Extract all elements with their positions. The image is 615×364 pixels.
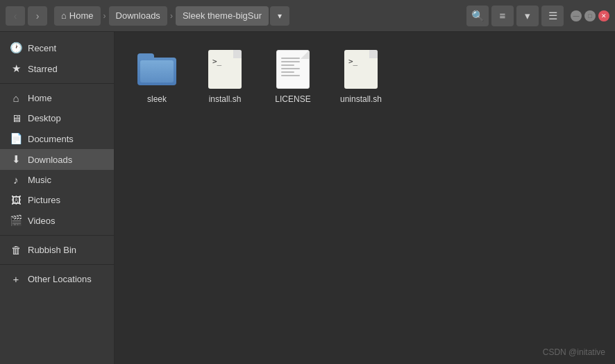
sidebar-item-starred[interactable]: ★ Starred — [0, 58, 114, 79]
sidebar-divider-3 — [0, 264, 114, 265]
search-button[interactable]: 🔍 — [466, 6, 489, 26]
sidebar-item-rubbish[interactable]: 🗑 Rubbish Bin — [0, 240, 114, 260]
pictures-icon: 🖼 — [10, 194, 22, 206]
file-area: sleek >_ install.sh — [115, 32, 615, 364]
menu-button[interactable]: ☰ — [541, 6, 564, 26]
folder-icon — [136, 49, 178, 90]
breadcrumb-sep-2: › — [169, 11, 174, 21]
script-shape-uninstall: >_ — [344, 50, 378, 89]
terminal-symbol-2: >_ — [348, 57, 357, 66]
window-controls: — □ ✕ — [571, 10, 609, 21]
titlebar: ‹ › ⌂ Home › Downloads › Sleek theme-big… — [0, 0, 615, 32]
breadcrumb-downloads[interactable]: Downloads — [109, 6, 167, 26]
file-name-uninstall-sh: uninstall.sh — [340, 94, 382, 105]
downloads-icon: ⬇ — [10, 153, 22, 166]
sidebar-starred-label: Starred — [28, 64, 58, 74]
documents-icon: 📄 — [10, 132, 22, 145]
file-item-license[interactable]: LICENSE — [262, 43, 324, 111]
sidebar-rubbish-label: Rubbish Bin — [28, 245, 76, 255]
sidebar-videos-label: Videos — [28, 216, 56, 226]
hamburger-icon: ☰ — [548, 10, 557, 22]
sidebar: 🕐 Recent ★ Starred ⌂ Home 🖥 Desktop 📄 Do… — [0, 32, 115, 364]
sidebar-item-videos[interactable]: 🎬 Videos — [0, 210, 114, 231]
sidebar-divider-2 — [0, 235, 114, 236]
file-name-license: LICENSE — [275, 94, 310, 105]
text-line-4 — [281, 68, 300, 69]
sidebar-item-downloads[interactable]: ⬇ Downloads — [0, 149, 114, 170]
breadcrumb-sep-1: › — [102, 11, 108, 21]
file-item-sleek[interactable]: sleek — [126, 43, 188, 111]
file-item-uninstall-sh[interactable]: >_ uninstall.sh — [330, 43, 392, 111]
folder-inner — [140, 60, 174, 83]
sidebar-desktop-label: Desktop — [28, 113, 61, 123]
star-icon: ★ — [10, 62, 22, 75]
sidebar-item-other-locations[interactable]: + Other Locations — [0, 269, 114, 289]
desktop-icon: 🖥 — [10, 112, 22, 124]
rubbish-icon: 🗑 — [10, 244, 22, 256]
sidebar-other-label: Other Locations — [28, 274, 92, 284]
home-icon: ⌂ — [10, 92, 22, 104]
sidebar-documents-label: Documents — [28, 134, 74, 144]
sidebar-music-label: Music — [28, 175, 51, 185]
script-icon-install: >_ — [204, 49, 246, 90]
text-line-5 — [281, 71, 294, 73]
list-view-icon: ≡ — [500, 10, 506, 21]
text-shape-license — [276, 50, 310, 89]
search-icon: 🔍 — [471, 10, 485, 22]
forward-button[interactable]: › — [28, 6, 47, 26]
sidebar-item-home[interactable]: ⌂ Home — [0, 88, 114, 108]
close-button[interactable]: ✕ — [598, 10, 609, 21]
list-view-button[interactable]: ≡ — [491, 6, 514, 26]
breadcrumb-theme[interactable]: Sleek theme-bigSur — [176, 6, 269, 26]
sidebar-divider-1 — [0, 83, 114, 84]
folder-shape — [137, 53, 176, 85]
folder-body — [137, 58, 176, 85]
terminal-symbol: >_ — [212, 57, 221, 66]
sidebar-item-desktop[interactable]: 🖥 Desktop — [0, 108, 114, 128]
clock-icon: 🕐 — [10, 42, 22, 54]
back-button[interactable]: ‹ — [6, 6, 25, 26]
minimize-button[interactable]: — — [571, 10, 582, 21]
text-line-6 — [281, 75, 300, 76]
text-icon-license — [272, 49, 314, 90]
sidebar-pictures-label: Pictures — [28, 195, 60, 205]
toolbar-right: 🔍 ≡ ▾ ☰ — [466, 6, 564, 26]
text-line-2 — [281, 61, 300, 62]
text-line-1 — [281, 58, 300, 59]
home-icon: ⌂ — [61, 10, 67, 21]
file-item-install-sh[interactable]: >_ install.sh — [194, 43, 256, 111]
maximize-button[interactable]: □ — [584, 10, 596, 21]
file-name-sleek: sleek — [147, 94, 167, 105]
chevron-down-icon: ▾ — [525, 10, 530, 22]
watermark: CSDN @initative — [543, 347, 605, 357]
music-icon: ♪ — [10, 174, 22, 186]
script-icon-uninstall: >_ — [340, 49, 382, 90]
plus-icon: + — [10, 273, 22, 285]
text-line-3 — [281, 64, 294, 66]
main-layout: 🕐 Recent ★ Starred ⌂ Home 🖥 Desktop 📄 Do… — [0, 32, 615, 364]
chevron-down-icon: ▾ — [278, 11, 282, 21]
sidebar-recent-label: Recent — [28, 43, 56, 53]
breadcrumb-theme-label: Sleek theme-bigSur — [183, 10, 262, 21]
sidebar-item-pictures[interactable]: 🖼 Pictures — [0, 190, 114, 210]
file-name-install-sh: install.sh — [209, 94, 242, 105]
sidebar-item-documents[interactable]: 📄 Documents — [0, 128, 114, 149]
sidebar-home-label: Home — [28, 93, 52, 103]
script-shape-install: >_ — [208, 50, 242, 89]
videos-icon: 🎬 — [10, 214, 22, 227]
breadcrumb-home-label: Home — [69, 10, 94, 21]
sidebar-downloads-label: Downloads — [28, 155, 72, 165]
sidebar-item-recent[interactable]: 🕐 Recent — [0, 37, 114, 58]
breadcrumb-dropdown-button[interactable]: ▾ — [270, 6, 289, 26]
breadcrumb-home[interactable]: ⌂ Home — [54, 6, 101, 26]
view-toggle-button[interactable]: ▾ — [516, 6, 539, 26]
sidebar-item-music[interactable]: ♪ Music — [0, 170, 114, 190]
breadcrumb: ⌂ Home › Downloads › Sleek theme-bigSur … — [54, 6, 460, 26]
breadcrumb-downloads-label: Downloads — [116, 10, 160, 21]
